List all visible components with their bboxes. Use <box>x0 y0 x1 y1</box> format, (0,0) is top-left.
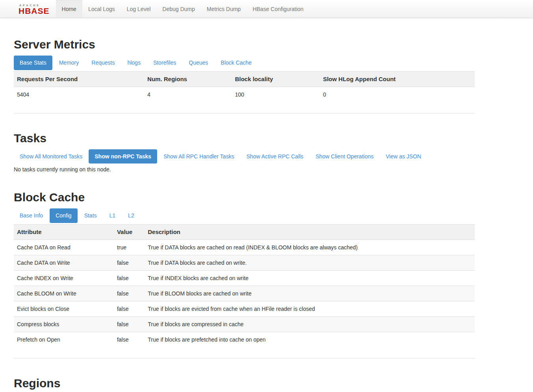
server-metrics-tabs: Base Stats Memory Requests hlogs Storefi… <box>14 56 475 70</box>
value-cell: true <box>114 240 145 255</box>
value-cell: false <box>114 301 145 317</box>
table-row: Evict blocks on Close false True if bloc… <box>14 301 475 317</box>
tasks-filter-buttons: Show All Monitored Tasks Show non-RPC Ta… <box>14 149 475 163</box>
attribute-cell: Prefetch on Open <box>14 332 114 347</box>
value-cell: false <box>114 332 145 347</box>
tab-memory[interactable]: Memory <box>53 56 85 70</box>
nav-item-home[interactable]: Home <box>56 0 82 18</box>
tab-requests[interactable]: Requests <box>85 56 121 70</box>
description-cell: True if INDEX blocks are cached on write <box>145 271 475 286</box>
attribute-cell: Cache DATA on Write <box>14 255 114 271</box>
block-cache-panel: Attribute Value Description Cache DATA o… <box>14 224 475 359</box>
table-header-row: Requests Per Second Num. Regions Block l… <box>14 72 475 87</box>
tasks-title: Tasks <box>14 132 475 145</box>
tab-stats[interactable]: Stats <box>78 208 103 223</box>
table-row: Prefetch on Open false True if blocks ar… <box>14 332 475 347</box>
tab-base-stats[interactable]: Base Stats <box>14 56 52 70</box>
show-non-rpc-tasks-button[interactable]: Show non-RPC Tasks <box>89 149 157 163</box>
show-client-operations-button[interactable]: Show Client Operations <box>310 149 379 163</box>
nav-item-hbase-configuration[interactable]: HBase Configuration <box>247 0 309 18</box>
main-content: Server Metrics Base Stats Memory Request… <box>14 38 475 392</box>
tab-block-cache[interactable]: Block Cache <box>215 56 258 70</box>
block-locality-value: 100 <box>232 87 319 102</box>
description-cell: True if DATA blocks are cached on write. <box>145 255 475 271</box>
server-metrics-panel: Requests Per Second Num. Regions Block l… <box>14 71 475 113</box>
hbase-logo[interactable]: APACHE HBASE <box>19 0 50 18</box>
attribute-cell: Cache INDEX on Write <box>14 271 114 286</box>
attribute-cell: Cache BLOOM on Write <box>14 286 114 301</box>
value-cell: false <box>114 286 145 301</box>
col-num-regions: Num. Regions <box>144 72 232 87</box>
attribute-cell: Compress blocks <box>14 317 114 332</box>
description-cell: True if blocks are evicted from cache wh… <box>145 301 475 317</box>
slow-hlog-append-count-value: 0 <box>320 87 475 102</box>
attribute-cell: Evict blocks on Close <box>14 301 114 317</box>
server-metrics-title: Server Metrics <box>14 38 475 51</box>
col-block-locality: Block locality <box>232 72 319 87</box>
tab-l2[interactable]: L2 <box>122 208 140 223</box>
tab-hlogs[interactable]: hlogs <box>121 56 146 70</box>
show-all-rpc-handler-tasks-button[interactable]: Show All RPC Handler Tasks <box>158 149 240 163</box>
regions-title: Regions <box>14 377 475 390</box>
col-attribute: Attribute <box>14 225 114 240</box>
block-cache-config-table: Attribute Value Description Cache DATA o… <box>14 224 475 347</box>
show-active-rpc-calls-button[interactable]: Show Active RPC Calls <box>240 149 309 163</box>
show-all-monitored-tasks-button[interactable]: Show All Monitored Tasks <box>14 149 88 163</box>
table-row: Cache DATA on Write false True if DATA b… <box>14 255 475 271</box>
nav-item-debug-dump[interactable]: Debug Dump <box>156 0 201 18</box>
nav-item-log-level[interactable]: Log Level <box>121 0 157 18</box>
table-row: Cache INDEX on Write false True if INDEX… <box>14 271 475 286</box>
table-header-row: Attribute Value Description <box>14 225 475 240</box>
block-cache-tabs: Base Info Config Stats L1 L2 <box>14 208 475 223</box>
tab-storefiles[interactable]: Storefiles <box>147 56 182 70</box>
description-cell: True if DATA blocks are cached on read (… <box>145 240 475 255</box>
nav-item-local-logs[interactable]: Local Logs <box>82 0 121 18</box>
col-slow-hlog-append-count: Slow HLog Append Count <box>320 72 475 87</box>
tab-l1[interactable]: L1 <box>104 208 122 223</box>
col-requests-per-second: Requests Per Second <box>14 72 144 87</box>
tab-base-info[interactable]: Base Info <box>14 208 49 223</box>
value-cell: false <box>114 255 145 271</box>
col-description: Description <box>145 225 475 240</box>
table-row: 5404 4 100 0 <box>14 87 475 102</box>
description-cell: True if BLOOM blocks are cached on write <box>145 286 475 301</box>
tab-config[interactable]: Config <box>50 208 77 223</box>
top-navbar: APACHE HBASE Home Local Logs Log Level D… <box>0 0 533 18</box>
value-cell: false <box>114 271 145 286</box>
attribute-cell: Cache DATA on Read <box>14 240 114 255</box>
num-regions-value: 4 <box>144 87 232 102</box>
table-row: Cache BLOOM on Write false True if BLOOM… <box>14 286 475 301</box>
block-cache-title: Block Cache <box>14 191 475 204</box>
nav-item-metrics-dump[interactable]: Metrics Dump <box>201 0 247 18</box>
logo-hbase-text: HBASE <box>19 7 50 15</box>
tasks-empty-message: No tasks currently running on this node. <box>14 166 475 173</box>
tab-queues[interactable]: Queues <box>183 56 214 70</box>
table-row: Cache DATA on Read true True if DATA blo… <box>14 240 475 255</box>
table-row: Compress blocks false True if blocks are… <box>14 317 475 332</box>
view-as-json-button[interactable]: View as JSON <box>380 149 427 163</box>
requests-per-second-value: 5404 <box>14 87 144 102</box>
base-stats-table: Requests Per Second Num. Regions Block l… <box>14 71 475 102</box>
description-cell: True if blocks are compressed in cache <box>145 317 475 332</box>
col-value: Value <box>114 225 145 240</box>
value-cell: false <box>114 317 145 332</box>
description-cell: True if blocks are prefetched into cache… <box>145 332 475 347</box>
